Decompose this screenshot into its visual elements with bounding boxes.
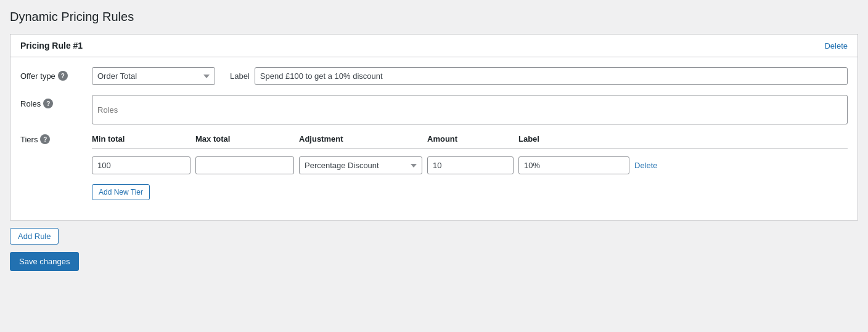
tier-max-total-input[interactable] <box>195 156 294 174</box>
tier-amount-input[interactable] <box>427 156 514 174</box>
add-tier-wrap: Add New Tier <box>92 182 848 200</box>
add-tier-button[interactable]: Add New Tier <box>92 184 150 200</box>
label-field-label-text: Label <box>230 71 250 81</box>
offer-type-help-icon: ? <box>58 71 68 81</box>
tiers-help-icon: ? <box>40 134 50 144</box>
label-input[interactable] <box>255 67 848 85</box>
page-title: Dynamic Pricing Rules <box>10 10 858 24</box>
tier-adjustment-select[interactable]: Percentage Discount Fixed Discount Fixed… <box>299 156 422 174</box>
add-rule-button[interactable]: Add Rule <box>10 228 59 245</box>
col-label: Label <box>518 134 629 144</box>
tier-label-input[interactable] <box>518 156 629 174</box>
save-changes-button[interactable]: Save changes <box>10 252 79 271</box>
tier-delete-button[interactable]: Delete <box>634 161 684 170</box>
roles-label-text: Roles <box>20 99 41 108</box>
table-row: Percentage Discount Fixed Discount Fixed… <box>92 156 848 174</box>
col-adjustment: Adjustment <box>299 134 422 144</box>
bottom-actions: Add Rule Save changes <box>10 228 858 271</box>
tiers-header: Min total Max total Adjustment Amount La… <box>92 134 848 149</box>
offer-type-label-text: Offer type <box>20 71 55 81</box>
offer-type-label-group: Offer type ? <box>20 67 82 81</box>
rule-card: Pricing Rule #1 Delete Offer type ? Orde… <box>10 34 858 221</box>
col-amount: Amount <box>427 134 514 144</box>
tier-min-total-input[interactable] <box>92 156 190 174</box>
roles-help-icon: ? <box>43 99 53 108</box>
offer-type-select[interactable]: Order Total Product Category <box>92 67 215 85</box>
tiers-label-text: Tiers <box>20 135 38 144</box>
label-field-group: Label <box>230 67 848 85</box>
rule-delete-button[interactable]: Delete <box>824 41 848 51</box>
offer-type-row: Offer type ? Order Total Product Categor… <box>20 67 848 85</box>
tiers-row: Tiers ? Min total Max total Adjustment A… <box>20 134 848 200</box>
tiers-table: Min total Max total Adjustment Amount La… <box>92 134 848 200</box>
col-max-total: Max total <box>195 134 294 144</box>
roles-row: Roles ? <box>20 95 848 124</box>
roles-input[interactable] <box>92 95 848 124</box>
roles-input-wrap <box>92 95 848 124</box>
rule-body: Offer type ? Order Total Product Categor… <box>10 57 858 220</box>
tiers-label-group: Tiers ? <box>20 134 82 144</box>
col-min-total: Min total <box>92 134 190 144</box>
rule-title: Pricing Rule #1 <box>20 41 83 51</box>
roles-label-group: Roles ? <box>20 95 82 108</box>
rule-header: Pricing Rule #1 Delete <box>10 34 858 57</box>
col-actions <box>634 134 684 144</box>
